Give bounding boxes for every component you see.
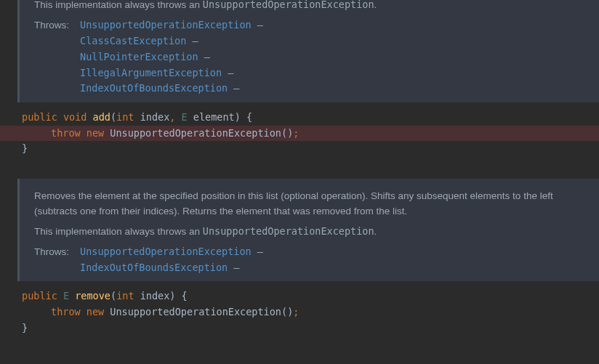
keyword-throw: throw — [51, 127, 81, 139]
keyword-throw: throw — [51, 306, 81, 318]
keyword-void: void — [63, 111, 87, 123]
dash: – — [198, 51, 210, 62]
keyword-public: public — [22, 290, 57, 302]
exception-link[interactable]: UnsupportedOperationException — [80, 19, 252, 31]
punct-brace-close: } — [22, 142, 28, 154]
keyword-public: public — [22, 111, 57, 123]
dash: – — [222, 67, 233, 78]
exception-inline: UnsupportedOperationException — [203, 0, 374, 10]
type-param-e: E — [63, 290, 69, 302]
punct-brace-close: } — [22, 322, 28, 333]
exception-link[interactable]: IndexOutOfBoundsException — [80, 262, 228, 273]
throws-item: IndexOutOfBoundsException – — [80, 260, 263, 276]
text: . — [374, 226, 377, 237]
code-remove-method[interactable]: public E remove(int index) { throw new U… — [0, 288, 599, 336]
code-line: public void add(int index, E element) { — [22, 110, 599, 126]
dash: – — [186, 35, 198, 46]
param-index: index — [134, 290, 170, 302]
doc-impl-note: This implementation always throws an Uns… — [34, 0, 584, 13]
type-param-e: E — [175, 111, 187, 123]
exception-link[interactable]: ClassCastException — [80, 35, 186, 46]
text: This implementation always throws an — [34, 0, 203, 10]
code-line: } — [22, 320, 599, 336]
punct: ( — [110, 290, 116, 302]
exception-class: UnsupportedOperationException() — [104, 127, 293, 139]
exception-class: UnsupportedOperationException() — [104, 306, 293, 318]
exception-link[interactable]: IndexOutOfBoundsException — [80, 82, 228, 94]
exception-link[interactable]: NullPointerException — [80, 51, 198, 62]
param-element: element — [188, 111, 235, 123]
throws-item: ClassCastException – — [80, 33, 263, 49]
method-name: remove — [75, 290, 110, 302]
doc-impl-note: This implementation always throws an Uns… — [34, 224, 584, 240]
text: . — [374, 0, 377, 10]
keyword-new: new — [87, 306, 104, 318]
keyword-new: new — [87, 127, 104, 139]
method-name: add — [93, 111, 110, 123]
code-line-highlighted: throw new UnsupportedOperationException(… — [0, 126, 599, 142]
spacer — [0, 157, 599, 179]
dash: – — [228, 262, 239, 273]
dash: – — [228, 82, 239, 94]
code-line: } — [22, 141, 599, 157]
code-line: public E remove(int index) { — [22, 288, 599, 304]
dash: – — [252, 19, 263, 31]
exception-link[interactable]: UnsupportedOperationException — [80, 246, 252, 257]
throws-block: Throws: UnsupportedOperationException – … — [34, 244, 584, 276]
throws-block: Throws: UnsupportedOperationException – … — [34, 17, 584, 97]
keyword-int: int — [116, 290, 134, 302]
throws-item: UnsupportedOperationException – — [80, 244, 263, 260]
javadoc-add: This implementation always throws an Uns… — [17, 0, 599, 102]
keyword-int: int — [116, 111, 134, 123]
throws-list: UnsupportedOperationException – IndexOut… — [80, 244, 263, 276]
punct: ( — [110, 111, 116, 123]
throws-item: UnsupportedOperationException – — [80, 17, 263, 33]
dash: – — [252, 246, 263, 257]
throws-item: IndexOutOfBoundsException – — [80, 81, 263, 97]
code-add-method[interactable]: public void add(int index, E element) { … — [0, 110, 599, 157]
punct-semicolon: ; — [293, 127, 299, 139]
javadoc-remove: Removes the element at the specified pos… — [17, 179, 599, 281]
exception-inline: UnsupportedOperationException — [203, 225, 374, 237]
code-line: throw new UnsupportedOperationException(… — [22, 304, 599, 320]
param-index: index — [134, 111, 170, 123]
throws-label: Throws: — [34, 20, 80, 31]
throws-label: Throws: — [34, 246, 80, 257]
exception-link[interactable]: IllegalArgumentException — [80, 67, 222, 78]
doc-description: Removes the element at the specified pos… — [34, 189, 584, 219]
text: This implementation always throws an — [34, 226, 203, 237]
throws-item: NullPointerException – — [80, 49, 263, 65]
punct: ) { — [235, 111, 252, 123]
throws-list: UnsupportedOperationException – ClassCas… — [80, 17, 263, 97]
punct-semicolon: ; — [293, 306, 299, 318]
throws-item: IllegalArgumentException – — [80, 65, 263, 81]
punct: ) { — [169, 290, 187, 302]
